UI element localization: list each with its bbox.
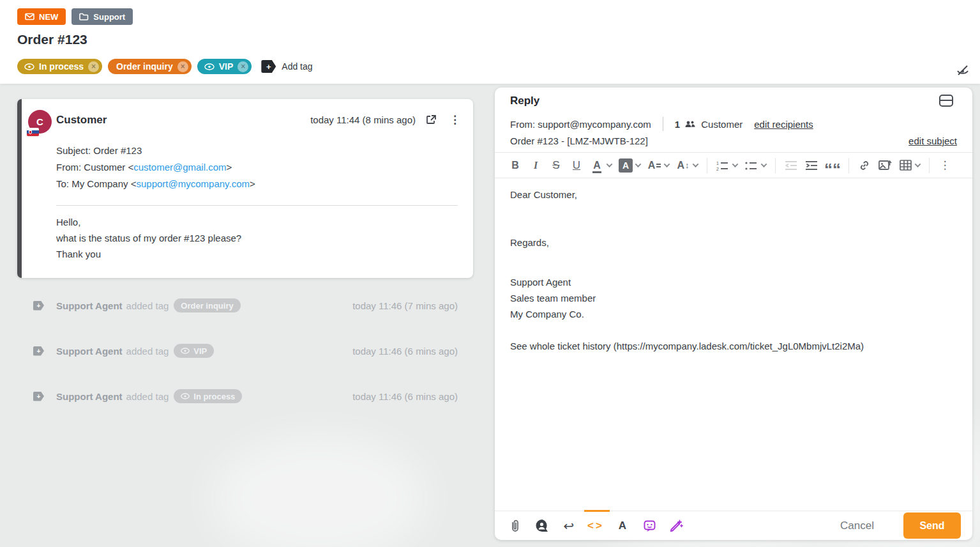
reply-subject: Order #123 - [LMZ-MJWTB-122] <box>510 135 648 146</box>
recipients-icon <box>684 120 695 128</box>
timeline-agent: Support Agent <box>56 346 123 357</box>
recipient-count: 1 <box>675 119 680 130</box>
timeline-action: added tag <box>126 391 169 402</box>
chevron-down-icon[interactable] <box>607 161 613 167</box>
insert-image-icon[interactable] <box>877 157 893 174</box>
add-tag-button[interactable]: + Add tag <box>261 60 312 73</box>
eye-icon <box>181 393 190 399</box>
to-email-link[interactable]: support@mycompany.com <box>136 178 250 189</box>
chevron-down-icon[interactable] <box>761 161 767 167</box>
toolbar-divider <box>929 158 930 173</box>
svg-text:2: 2 <box>716 166 719 171</box>
tag-label: VIP <box>219 61 234 72</box>
remove-tag-icon[interactable]: × <box>237 61 248 72</box>
envelope-icon <box>25 13 34 20</box>
ticket-title: Order #123 <box>17 32 87 47</box>
divider <box>663 117 663 131</box>
highlight-color-icon[interactable]: A <box>619 158 633 173</box>
timeline-entry: + Support Agent added tag Order inquiry … <box>17 297 473 314</box>
underline-icon[interactable]: U <box>569 157 584 174</box>
font-size-icon[interactable]: A↕ <box>675 157 691 174</box>
timeline-entry: + Support Agent added tag VIP today 11:4… <box>17 343 473 359</box>
outdent-icon[interactable] <box>783 157 799 174</box>
message-accent-bar <box>17 99 22 278</box>
tag-plus-icon: + <box>33 301 44 311</box>
remove-tag-icon[interactable]: × <box>88 61 99 72</box>
tag-order-inquiry[interactable]: Order inquiry × <box>108 59 192 74</box>
reply-editor[interactable]: Dear Customer, Regards, Support Agent Sa… <box>502 178 961 511</box>
font-family-icon[interactable]: A <box>647 157 662 174</box>
kebab-menu-icon[interactable]: ⋮ <box>449 113 460 127</box>
ai-chatbot-icon[interactable] <box>640 516 658 535</box>
tag-plus-icon: + <box>33 392 44 401</box>
tag-label: In process <box>39 61 84 72</box>
eye-icon <box>24 63 34 70</box>
chevron-down-icon[interactable] <box>732 161 739 167</box>
send-button[interactable]: Send <box>903 512 961 539</box>
folder-icon <box>79 13 89 20</box>
reply-line: See whole ticket history (https://mycomp… <box>510 338 953 354</box>
from-email-link[interactable]: customer@gmail.com <box>133 162 226 173</box>
toolbar-divider <box>775 158 776 173</box>
sender-name: Customer <box>56 114 107 127</box>
insert-table-icon[interactable] <box>898 157 913 174</box>
timeline-tag-pill: VIP <box>174 344 214 358</box>
reply-line: Regards, <box>510 235 953 250</box>
reply-line: Sales team member <box>510 290 953 306</box>
timeline-action: added tag <box>126 346 169 357</box>
department-badge: Support <box>72 8 133 25</box>
department-badge-label: Support <box>93 12 125 22</box>
timeline-tag-pill: In process <box>174 389 242 403</box>
indent-icon[interactable] <box>804 157 819 174</box>
tag-label: Order inquiry <box>116 61 173 72</box>
tag-vip[interactable]: VIP × <box>197 59 252 74</box>
canned-message-icon[interactable] <box>533 516 551 535</box>
timeline-tag-pill: Order inquiry <box>174 298 240 312</box>
reply-from-label: From: <box>510 119 535 130</box>
code-view-icon[interactable]: <> <box>587 516 605 535</box>
ai-writer-icon[interactable] <box>667 516 685 535</box>
blockquote-icon[interactable]: ““ <box>824 157 841 174</box>
cancel-button[interactable]: Cancel <box>840 520 874 532</box>
chevron-down-icon[interactable] <box>635 161 642 167</box>
insert-reply-icon[interactable]: ↩ <box>560 516 578 535</box>
text-format-icon[interactable]: A <box>614 516 631 535</box>
message-body-line: Hello, <box>56 214 241 230</box>
ordered-list-icon[interactable]: 1 2 <box>715 157 730 174</box>
link-icon[interactable] <box>857 157 872 174</box>
attachment-icon[interactable] <box>506 516 524 535</box>
bold-icon[interactable]: B <box>508 157 523 174</box>
chevron-down-icon[interactable] <box>915 161 921 167</box>
more-options-icon[interactable]: ⋮ <box>937 157 953 174</box>
bullet-list-icon[interactable] <box>744 157 759 174</box>
message-subject-line: Subject: Order #123 <box>56 143 255 159</box>
timeline-entry: + Support Agent added tag In process tod… <box>17 388 473 404</box>
status-badge-new: NEW <box>17 8 66 25</box>
tag-plus-icon: + <box>33 346 44 356</box>
italic-icon[interactable]: I <box>528 157 543 174</box>
message-body-line: what is the status of my order #123 plea… <box>56 230 241 246</box>
message-from-line: From: Customer <customer@gmail.com> <box>56 159 255 176</box>
reply-from-email: support@mycompany.com <box>538 119 651 130</box>
chevron-down-icon[interactable] <box>693 161 699 167</box>
reply-line: Support Agent <box>510 274 953 290</box>
external-link-icon[interactable] <box>426 114 437 125</box>
reply-line: My Company Co. <box>510 306 953 322</box>
edit-recipients-link[interactable]: edit recipients <box>754 119 813 130</box>
collapse-editor-icon[interactable] <box>939 95 953 107</box>
recipient-name: Customer <box>701 119 743 130</box>
message-divider <box>56 205 458 206</box>
eye-icon <box>181 348 190 354</box>
remove-tag-icon[interactable]: × <box>177 61 188 72</box>
font-color-icon[interactable]: A <box>593 160 601 171</box>
edit-subject-link[interactable]: edit subject <box>908 135 957 146</box>
eye-icon <box>204 63 215 70</box>
timeline-action: added tag <box>126 300 169 311</box>
message-body: Hello, what is the status of my order #1… <box>56 214 241 262</box>
eye-off-icon[interactable] <box>955 63 970 78</box>
status-badge-label: NEW <box>39 12 58 22</box>
timeline-timestamp: today 11:46 (7 mins ago) <box>352 300 458 311</box>
chevron-down-icon[interactable] <box>664 161 670 167</box>
tag-in-process[interactable]: In process × <box>17 59 102 74</box>
strikethrough-icon[interactable]: S <box>548 157 564 174</box>
